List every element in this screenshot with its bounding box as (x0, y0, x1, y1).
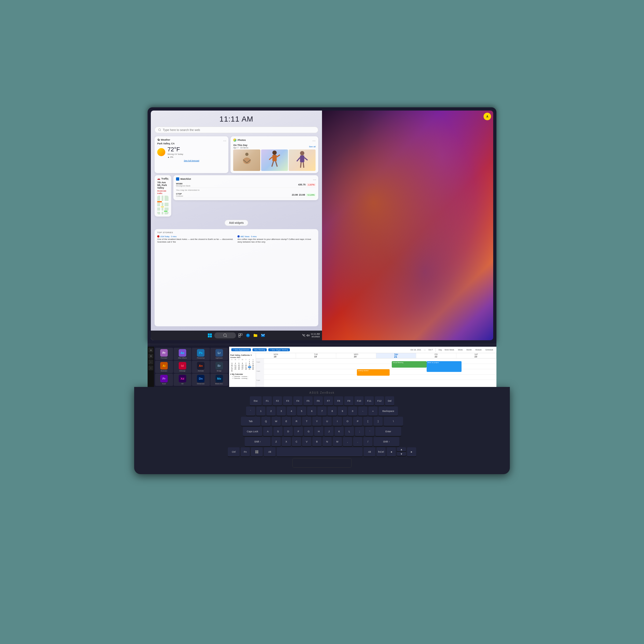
key-f8[interactable]: F8 (334, 396, 343, 405)
app-illustrator[interactable]: Ai Illustrator (155, 361, 173, 373)
key-y[interactable]: Y (312, 417, 321, 426)
key-alt-l[interactable]: Alt (264, 447, 276, 456)
traffic-more-button[interactable]: ··· (166, 177, 169, 182)
key-ctrl-l[interactable]: Ctrl (228, 447, 240, 456)
key-fn-right[interactable]: fnCtrl (376, 447, 386, 456)
key-e[interactable]: E (282, 417, 291, 426)
key-f1[interactable]: F1 (263, 396, 272, 405)
key-bracket-r[interactable]: ] (374, 417, 383, 426)
key-period[interactable]: . (353, 437, 362, 446)
weather-see-full[interactable]: See full forecast (157, 159, 226, 162)
key-o[interactable]: O (343, 417, 352, 426)
key-backslash[interactable]: \ (384, 417, 403, 426)
screenpad-settings-btn[interactable]: ⚙ (148, 354, 153, 358)
key-f[interactable]: F (294, 427, 303, 436)
key-c[interactable]: C (292, 437, 301, 446)
search-bar[interactable] (155, 127, 318, 133)
key-shift-r[interactable]: Shift ↑ (374, 437, 399, 446)
key-n[interactable]: N (323, 437, 332, 446)
key-f2[interactable]: F2 (273, 396, 282, 405)
key-x[interactable]: X (282, 437, 291, 446)
photos-more-button[interactable]: ··· (312, 138, 316, 143)
app-bridge[interactable]: Br Bridge (210, 361, 228, 373)
key-t[interactable]: T (302, 417, 311, 426)
key-l[interactable]: L (345, 427, 354, 436)
event-virtual-meeting[interactable]: Virtual Meeting (392, 361, 427, 368)
key-capslock[interactable]: Caps Lock (243, 427, 262, 436)
key-equals[interactable]: = (368, 407, 378, 416)
key-i[interactable]: I (333, 417, 342, 426)
photos-see-all[interactable]: See all (309, 145, 316, 148)
key-v[interactable]: V (302, 437, 311, 446)
key-semicolon[interactable]: ; (355, 427, 364, 436)
event-work-project[interactable]: Work on project (427, 361, 462, 372)
key-0[interactable]: 0 (348, 407, 357, 416)
key-arrow-left[interactable]: ◄ (387, 447, 396, 456)
key-arrow-up[interactable]: ▲ (397, 447, 406, 451)
key-h[interactable]: H (314, 427, 323, 436)
app-dimension[interactable]: Dn Dimension (192, 374, 210, 386)
app-animate[interactable]: An Animate (192, 361, 210, 373)
key-9[interactable]: 9 (338, 407, 347, 416)
screenpad-expand-btn[interactable]: ↕ (148, 365, 153, 370)
screenpad-apps-btn[interactable]: ⊞ (148, 348, 153, 353)
key-3[interactable]: 3 (277, 407, 286, 416)
key-5[interactable]: 5 (297, 407, 306, 416)
key-f12[interactable]: F12 (375, 396, 384, 405)
photo-thumb-2[interactable] (261, 149, 288, 171)
key-8[interactable]: 8 (328, 407, 337, 416)
edge-button[interactable] (245, 332, 251, 338)
app-premiere-2[interactable]: Pr Rush (155, 374, 173, 386)
key-windows[interactable] (251, 447, 263, 456)
app-after-effects[interactable]: Ae After Effects (174, 348, 192, 360)
key-space[interactable] (277, 447, 363, 456)
key-d[interactable]: D (284, 427, 293, 436)
key-bracket-l[interactable]: [ (363, 417, 372, 426)
key-arrow-right[interactable]: ► (407, 447, 416, 456)
key-tab[interactable]: Tab (241, 417, 260, 426)
app-premiere[interactable]: Pr Premiere (155, 348, 173, 360)
key-f3[interactable]: F3 (283, 396, 292, 405)
app-indesign[interactable]: Id InDesign (174, 361, 192, 373)
key-enter[interactable]: Enter (375, 427, 401, 436)
key-backspace[interactable]: Backspace (379, 407, 398, 416)
key-p[interactable]: P (353, 417, 362, 426)
watchlist-more-button[interactable]: ··· (313, 177, 316, 182)
screenpad-back-btn[interactable]: ‹ (148, 360, 153, 364)
key-backtick[interactable]: ` (246, 407, 255, 416)
key-4[interactable]: 4 (287, 407, 296, 416)
key-7[interactable]: 7 (317, 407, 327, 416)
new-meeting-btn[interactable]: New Meeting (253, 348, 267, 351)
key-w[interactable]: W (272, 417, 281, 426)
explorer-button[interactable] (253, 332, 258, 338)
key-f5[interactable]: F5 (303, 396, 313, 405)
map-preview[interactable] (157, 196, 169, 214)
event-getting-started[interactable]: Getting started (357, 369, 389, 376)
key-m[interactable]: M (333, 437, 342, 446)
key-shift-l[interactable]: Shift ↑ (245, 437, 270, 446)
app-media-encoder[interactable]: Me Media Enc. (210, 374, 228, 386)
key-k[interactable]: K (335, 427, 344, 436)
key-j[interactable]: J (324, 427, 334, 436)
key-f6[interactable]: F6 (314, 396, 323, 405)
story-item-2[interactable]: ABC News · 5 mins Are coffee naps the an… (237, 235, 316, 244)
new-appointment-btn[interactable]: + New Appointment (231, 348, 251, 351)
start-button[interactable] (207, 332, 213, 338)
search-input[interactable] (163, 128, 315, 131)
key-a[interactable]: A (263, 427, 272, 436)
mail-button[interactable] (260, 332, 266, 338)
key-6[interactable]: 6 (307, 407, 316, 416)
key-z[interactable]: Z (272, 437, 281, 446)
taskbar-search-button[interactable] (214, 332, 236, 338)
weather-more-button[interactable]: ··· (223, 138, 226, 143)
key-arrow-down[interactable]: ▼ (397, 452, 406, 456)
app-xd[interactable]: Xd XD (174, 374, 192, 386)
photo-thumb-1[interactable] (233, 149, 260, 171)
key-f10[interactable]: F10 (354, 396, 364, 405)
key-g[interactable]: G (304, 427, 313, 436)
key-b[interactable]: B (312, 437, 321, 446)
key-2[interactable]: 2 (266, 407, 276, 416)
key-f7[interactable]: F7 (324, 396, 333, 405)
touchpad[interactable] (292, 458, 352, 468)
key-comma[interactable]: , (343, 437, 352, 446)
